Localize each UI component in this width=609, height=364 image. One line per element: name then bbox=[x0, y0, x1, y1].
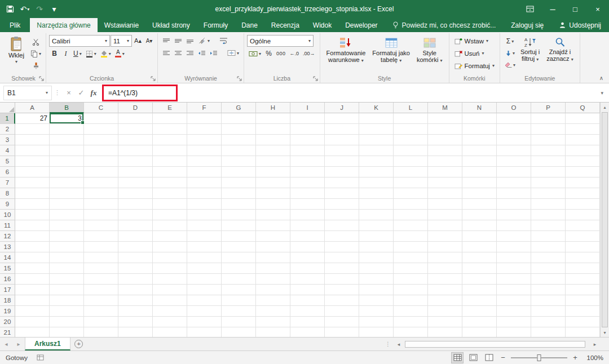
cell-C2[interactable] bbox=[84, 124, 118, 135]
cell-F1[interactable] bbox=[187, 113, 222, 124]
zoom-in-button[interactable]: + bbox=[571, 353, 580, 362]
expand-formula-bar-button[interactable]: ▾ bbox=[601, 90, 606, 96]
number-format-combo[interactable]: Ogólne ▾ bbox=[247, 35, 314, 47]
cell-A18[interactable] bbox=[15, 295, 50, 306]
row-header-8[interactable]: 8 bbox=[0, 188, 15, 199]
cell-K21[interactable] bbox=[359, 327, 394, 337]
cell-P13[interactable] bbox=[531, 242, 566, 252]
cell-P15[interactable] bbox=[531, 263, 566, 274]
horizontal-scroll-thumb[interactable] bbox=[405, 341, 585, 348]
cell-O9[interactable] bbox=[497, 199, 531, 210]
cell-H15[interactable] bbox=[256, 263, 290, 274]
cell-Q15[interactable] bbox=[566, 263, 600, 274]
cell-H10[interactable] bbox=[256, 210, 290, 220]
column-header-N[interactable]: N bbox=[462, 103, 497, 113]
cell-L20[interactable] bbox=[394, 317, 428, 327]
cell-Q7[interactable] bbox=[566, 177, 600, 188]
cell-F2[interactable] bbox=[187, 124, 222, 135]
cell-L11[interactable] bbox=[394, 220, 428, 231]
cell-O5[interactable] bbox=[497, 156, 531, 167]
cell-G11[interactable] bbox=[222, 220, 256, 231]
cell-H5[interactable] bbox=[256, 156, 290, 167]
cell-Q17[interactable] bbox=[566, 285, 600, 295]
cell-P9[interactable] bbox=[531, 199, 566, 210]
cell-J14[interactable] bbox=[325, 252, 359, 263]
cell-H9[interactable] bbox=[256, 199, 290, 210]
cell-H8[interactable] bbox=[256, 188, 290, 199]
cell-Q14[interactable] bbox=[566, 252, 600, 263]
cell-M15[interactable] bbox=[428, 263, 462, 274]
cell-G5[interactable] bbox=[222, 156, 256, 167]
row-header-9[interactable]: 9 bbox=[0, 199, 15, 210]
cell-I5[interactable] bbox=[290, 156, 325, 167]
fill-color-button[interactable]: ▾ bbox=[99, 48, 113, 59]
insert-function-button[interactable]: fx bbox=[87, 86, 100, 100]
cell-M1[interactable] bbox=[428, 113, 462, 124]
ribbon-display-options-button[interactable] bbox=[519, 0, 541, 18]
cell-A19[interactable] bbox=[15, 306, 50, 317]
cell-C20[interactable] bbox=[84, 317, 118, 327]
column-header-A[interactable]: A bbox=[15, 103, 50, 113]
share-button[interactable]: Udostępnij bbox=[551, 18, 609, 32]
cell-I14[interactable] bbox=[290, 252, 325, 263]
cell-L12[interactable] bbox=[394, 231, 428, 242]
cell-N18[interactable] bbox=[462, 295, 497, 306]
cell-D20[interactable] bbox=[118, 317, 153, 327]
row-header-2[interactable]: 2 bbox=[0, 124, 15, 135]
cell-Q19[interactable] bbox=[566, 306, 600, 317]
cell-H20[interactable] bbox=[256, 317, 290, 327]
column-header-L[interactable]: L bbox=[394, 103, 428, 113]
cell-J1[interactable] bbox=[325, 113, 359, 124]
customize-qat-button[interactable]: ▾ bbox=[47, 2, 61, 16]
cell-N13[interactable] bbox=[462, 242, 497, 252]
cell-J20[interactable] bbox=[325, 317, 359, 327]
align-right-button[interactable] bbox=[184, 47, 196, 59]
clipboard-dialog-launcher[interactable] bbox=[38, 76, 45, 82]
autosum-button[interactable]: Σ ▾ bbox=[503, 35, 517, 47]
tab-recenzja[interactable]: Recenzja bbox=[264, 18, 306, 32]
cell-G17[interactable] bbox=[222, 285, 256, 295]
sign-in-button[interactable]: Zaloguj się bbox=[503, 18, 551, 32]
cell-L19[interactable] bbox=[394, 306, 428, 317]
cell-C8[interactable] bbox=[84, 188, 118, 199]
cell-O21[interactable] bbox=[497, 327, 531, 337]
cell-C13[interactable] bbox=[84, 242, 118, 252]
cell-J3[interactable] bbox=[325, 135, 359, 145]
cell-L2[interactable] bbox=[394, 124, 428, 135]
font-family-combo[interactable]: Calibri ▾ bbox=[49, 35, 110, 47]
cell-F16[interactable] bbox=[187, 274, 222, 285]
bold-button[interactable]: B bbox=[49, 48, 60, 59]
cell-L5[interactable] bbox=[394, 156, 428, 167]
cell-N9[interactable] bbox=[462, 199, 497, 210]
cell-G9[interactable] bbox=[222, 199, 256, 210]
cell-J5[interactable] bbox=[325, 156, 359, 167]
cell-B7[interactable] bbox=[50, 177, 84, 188]
cell-N12[interactable] bbox=[462, 231, 497, 242]
cell-D19[interactable] bbox=[118, 306, 153, 317]
fill-button[interactable]: ▾ bbox=[503, 47, 517, 59]
cell-D18[interactable] bbox=[118, 295, 153, 306]
cell-F18[interactable] bbox=[187, 295, 222, 306]
cell-E17[interactable] bbox=[153, 285, 187, 295]
cell-O7[interactable] bbox=[497, 177, 531, 188]
cell-I17[interactable] bbox=[290, 285, 325, 295]
cell-N19[interactable] bbox=[462, 306, 497, 317]
cell-C3[interactable] bbox=[84, 135, 118, 145]
cell-J13[interactable] bbox=[325, 242, 359, 252]
cell-I9[interactable] bbox=[290, 199, 325, 210]
cell-G8[interactable] bbox=[222, 188, 256, 199]
cell-O1[interactable] bbox=[497, 113, 531, 124]
hscroll-left-button[interactable]: ◂ bbox=[394, 341, 404, 347]
cell-C14[interactable] bbox=[84, 252, 118, 263]
cell-P20[interactable] bbox=[531, 317, 566, 327]
cell-E6[interactable] bbox=[153, 167, 187, 177]
cell-P7[interactable] bbox=[531, 177, 566, 188]
borders-button[interactable]: ▾ bbox=[84, 48, 98, 59]
cell-N2[interactable] bbox=[462, 124, 497, 135]
cell-I15[interactable] bbox=[290, 263, 325, 274]
cell-Q13[interactable] bbox=[566, 242, 600, 252]
row-header-7[interactable]: 7 bbox=[0, 177, 15, 188]
cell-G19[interactable] bbox=[222, 306, 256, 317]
add-sheet-button[interactable]: + bbox=[70, 338, 87, 350]
cell-M17[interactable] bbox=[428, 285, 462, 295]
